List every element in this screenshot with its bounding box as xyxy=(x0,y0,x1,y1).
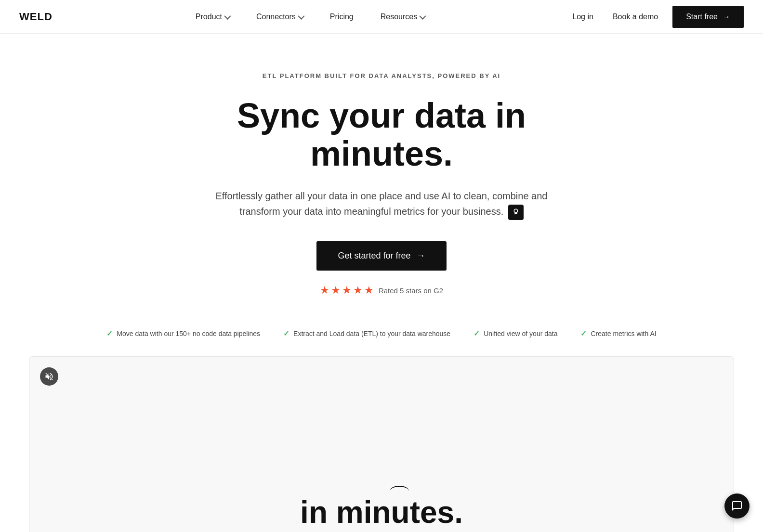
check-icon-4: ✓ xyxy=(580,329,587,338)
rating-row: ★ ★ ★ ★ ★ Rated 5 stars on G2 xyxy=(320,284,443,297)
nav-links: Product Connectors Pricing Resources xyxy=(182,0,438,34)
star-5: ★ xyxy=(364,284,374,297)
star-3: ★ xyxy=(342,284,352,297)
hero-section: ETL PLATFORM BUILT FOR DATA ANALYSTS, PO… xyxy=(0,34,763,316)
start-free-label: Start free xyxy=(686,13,718,21)
nav-item-product[interactable]: Product xyxy=(182,0,243,34)
video-section: in minutes. xyxy=(29,356,734,532)
weld-brand-icon xyxy=(508,205,524,220)
video-content-area: in minutes. xyxy=(29,357,734,532)
feature-item-2: ✓ Extract and Load data (ETL) to your da… xyxy=(272,325,462,342)
feature-text-4: Create metrics with AI xyxy=(591,330,656,337)
login-button[interactable]: Log in xyxy=(567,13,598,21)
feature-text-2: Extract and Load data (ETL) to your data… xyxy=(293,330,450,337)
star-1: ★ xyxy=(320,284,329,297)
feature-text-3: Unified view of your data xyxy=(484,330,557,337)
feature-item-3: ✓ Unified view of your data xyxy=(462,325,569,342)
nav-right: Log in Book a demo Start free → xyxy=(567,6,744,28)
get-started-button[interactable]: Get started for free → xyxy=(316,241,446,271)
logo[interactable]: WELD xyxy=(19,11,53,23)
mute-button[interactable] xyxy=(40,367,58,386)
chevron-down-icon xyxy=(420,13,426,19)
nav-item-resources[interactable]: Resources xyxy=(367,0,438,34)
nav-item-pricing[interactable]: Pricing xyxy=(316,0,367,34)
overlay-minutes: minutes. xyxy=(336,494,463,530)
star-2: ★ xyxy=(331,284,341,297)
hero-title: Sync your data in minutes. xyxy=(165,97,598,173)
start-free-button[interactable]: Start free → xyxy=(672,6,744,28)
star-4: ★ xyxy=(353,284,363,297)
feature-item-1: ✓ Move data with our 150+ no code data p… xyxy=(95,325,272,342)
chat-widget-button[interactable] xyxy=(724,493,750,519)
nav-item-connectors[interactable]: Connectors xyxy=(243,0,316,34)
navbar: WELD Product Connectors Pricing Resource… xyxy=(0,0,763,34)
chevron-down-icon xyxy=(298,13,304,19)
hero-subtitle-line2-text: transform your data into meaningful metr… xyxy=(239,206,503,217)
feature-text-1: Move data with our 150+ no code data pip… xyxy=(117,330,260,337)
chevron-down-icon xyxy=(224,13,231,19)
check-icon-2: ✓ xyxy=(283,329,289,338)
hero-cta: Get started for free → xyxy=(316,241,446,271)
hero-subtitle: Effortlessly gather all your data in one… xyxy=(216,188,548,220)
star-rating: ★ ★ ★ ★ ★ xyxy=(320,284,374,297)
video-overlay-text: in minutes. xyxy=(300,494,463,530)
check-icon-3: ✓ xyxy=(474,329,480,338)
nav-connectors-label: Connectors xyxy=(256,13,296,21)
book-demo-button[interactable]: Book a demo xyxy=(608,13,663,21)
hero-subtitle-line2: transform your data into meaningful metr… xyxy=(239,206,524,217)
rating-text: Rated 5 stars on G2 xyxy=(379,286,443,295)
get-started-label: Get started for free xyxy=(338,251,410,261)
arrow-right-icon: → xyxy=(417,251,425,261)
hero-subtitle-line1: Effortlessly gather all your data in one… xyxy=(216,191,548,201)
features-row: ✓ Move data with our 150+ no code data p… xyxy=(0,316,763,351)
feature-item-4: ✓ Create metrics with AI xyxy=(569,325,668,342)
arrow-right-icon: → xyxy=(723,13,730,21)
hero-eyebrow: ETL PLATFORM BUILT FOR DATA ANALYSTS, PO… xyxy=(263,72,500,79)
nav-resources-label: Resources xyxy=(381,13,417,21)
overlay-in: in xyxy=(300,495,336,530)
check-icon-1: ✓ xyxy=(106,329,113,338)
nav-pricing-label: Pricing xyxy=(330,13,354,21)
nav-product-label: Product xyxy=(196,13,222,21)
